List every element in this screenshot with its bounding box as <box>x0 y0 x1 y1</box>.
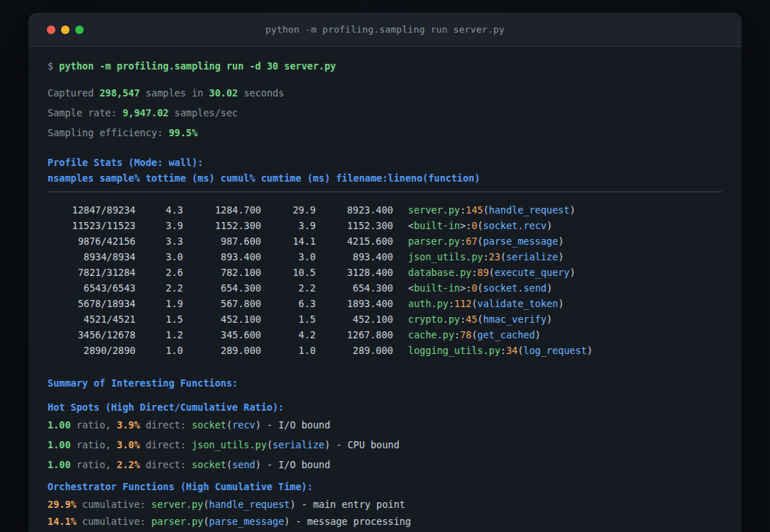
table-row: 8934/89343.0893.4003.0893.400json_utils.… <box>48 249 722 265</box>
line-number: 23 <box>489 251 500 262</box>
cell-cumul-pct: 4.2 <box>261 327 316 343</box>
orchestrator-list: 29.9% cumulative: server.py(handle_reque… <box>48 498 722 528</box>
cell-cumtime: 4215.600 <box>316 233 393 249</box>
paren-close: ) <box>255 459 261 470</box>
paren-open: ( <box>471 329 477 340</box>
direct-label: direct: <box>140 419 192 431</box>
cell-nsamples: 12847/89234 <box>48 202 136 218</box>
cell-location: database.py:89(execute_query) <box>408 265 576 280</box>
orchestrator-item: 29.9% cumulative: server.py(handle_reque… <box>48 498 722 511</box>
command-line: $ python -m profiling.sampling run -d 30… <box>48 60 722 72</box>
sample-rate-line: Sample rate: 9,947.02 samples/sec <box>48 106 722 119</box>
cell-tottime: 893.400 <box>183 249 261 265</box>
efficiency-label: Sampling efficiency: <box>48 127 169 138</box>
cumulative-label: cumulative: <box>77 499 152 510</box>
hot-spots-title: Hot Spots (High Direct/Cumulative Ratio)… <box>48 401 722 414</box>
cell-tottime: 782.100 <box>183 265 261 280</box>
table-divider <box>48 192 722 192</box>
cumulative-pct-value: 29.9% <box>48 499 77 510</box>
file-name: socket <box>192 459 226 470</box>
line-number: 89 <box>478 267 489 278</box>
cell-tottime: 1284.700 <box>183 202 261 218</box>
function-name: handle_request <box>209 499 290 510</box>
sample-rate-value: 9,947.02 <box>123 107 169 118</box>
bound-note: - CPU bound <box>330 439 400 450</box>
paren-open: ( <box>471 298 477 309</box>
direct-pct-value: 2.2% <box>117 459 141 470</box>
hot-spot-item: 1.00 ratio, 3.0% direct: json_utils.py(s… <box>48 438 722 451</box>
cell-sample-pct: 3.0 <box>136 249 183 265</box>
ratio-value: 1.00 <box>48 439 71 450</box>
cell-cumtime: 289.000 <box>316 343 393 358</box>
minimize-button[interactable] <box>61 26 70 34</box>
cell-sample-pct: 3.9 <box>136 218 183 233</box>
file-name: cache.py <box>408 329 454 340</box>
cell-tottime: 345.600 <box>183 327 261 343</box>
paren-close: ) <box>535 329 541 340</box>
cell-sample-pct: 1.0 <box>136 343 183 358</box>
cell-cumul-pct: 14.1 <box>261 233 316 249</box>
cell-cumtime: 452.100 <box>316 311 393 327</box>
paren-open: ( <box>226 459 232 470</box>
captured-label: Captured <box>48 87 99 99</box>
entry-note: - message processing <box>290 516 411 527</box>
orchestrator-item: 14.1% cumulative: parser.py(parse_messag… <box>48 515 722 528</box>
file-bracket-open: < <box>408 220 414 231</box>
cell-sample-pct: 1.5 <box>136 311 183 327</box>
paren-close: ) <box>570 204 576 216</box>
cell-tottime: 452.100 <box>183 311 261 327</box>
colon-separator: : <box>471 267 477 278</box>
orchestrator-title: Orchestrator Functions (High Cumulative … <box>48 480 722 493</box>
file-name: json_utils.py <box>408 251 483 262</box>
paren-open: ( <box>478 235 483 247</box>
paren-close: ) <box>546 314 552 325</box>
titlebar[interactable]: python -m profiling.sampling run server.… <box>28 13 742 47</box>
paren-close: ) <box>546 220 552 231</box>
function-name: hmac_verify <box>483 314 546 325</box>
table-row: 2890/28901.0289.0001.0289.000logging_uti… <box>48 343 722 358</box>
cell-nsamples: 9876/42156 <box>48 233 136 249</box>
close-button[interactable] <box>47 26 55 34</box>
colon-separator: : <box>500 345 506 356</box>
file-bracket-open: < <box>408 282 414 294</box>
summary-title: Summary of Interesting Functions: <box>48 377 722 389</box>
captured-line: Captured 298,547 samples in 30.02 second… <box>48 87 722 99</box>
captured-label-end: seconds <box>238 87 284 99</box>
file-name: parser.py <box>408 235 460 247</box>
paren-close: ) <box>570 267 576 278</box>
paren-open: ( <box>489 267 495 278</box>
cell-location: <built-in>:0(socket.recv) <box>408 218 552 233</box>
cell-sample-pct: 1.9 <box>136 296 183 311</box>
colon-separator: : <box>449 298 454 309</box>
maximize-button[interactable] <box>75 26 84 34</box>
paren-open: ( <box>203 499 209 510</box>
cell-location: logging_utils.py:34(log_request) <box>408 343 593 358</box>
ratio-label: ratio, <box>71 439 117 450</box>
cell-sample-pct: 2.6 <box>136 265 183 280</box>
cell-location: json_utils.py:23(serialize) <box>408 249 564 265</box>
terminal-content[interactable]: $ python -m profiling.sampling run -d 30… <box>28 47 742 528</box>
paren-close: ) <box>290 499 295 510</box>
file-name: json_utils.py <box>192 439 267 450</box>
terminal-window: python -m profiling.sampling run server.… <box>28 13 742 532</box>
function-name: get_cached <box>478 329 535 340</box>
cell-cumtime: 893.400 <box>316 249 393 265</box>
file-name: parser.py <box>151 516 203 527</box>
table-row: 12847/892344.31284.70029.98923.400server… <box>48 202 722 218</box>
cell-sample-pct: 1.2 <box>136 327 183 343</box>
cell-nsamples: 2890/2890 <box>48 343 136 358</box>
bound-note: - I/O bound <box>261 459 331 470</box>
cumulative-pct-value: 14.1% <box>48 516 77 527</box>
cell-tottime: 1152.300 <box>183 218 261 233</box>
paren-close: ) <box>255 419 261 431</box>
cell-cumul-pct: 6.3 <box>261 296 316 311</box>
function-name: parse_message <box>209 516 285 527</box>
line-number: 45 <box>466 314 477 325</box>
line-number: 34 <box>506 345 517 356</box>
cell-sample-pct: 4.3 <box>136 202 183 218</box>
colon-separator: : <box>483 251 489 262</box>
table-row: 5678/189341.9567.8006.31893.400auth.py:1… <box>48 296 722 311</box>
cell-cumul-pct: 2.2 <box>261 280 316 296</box>
direct-pct-value: 3.0% <box>117 439 141 450</box>
paren-open: ( <box>478 314 483 325</box>
